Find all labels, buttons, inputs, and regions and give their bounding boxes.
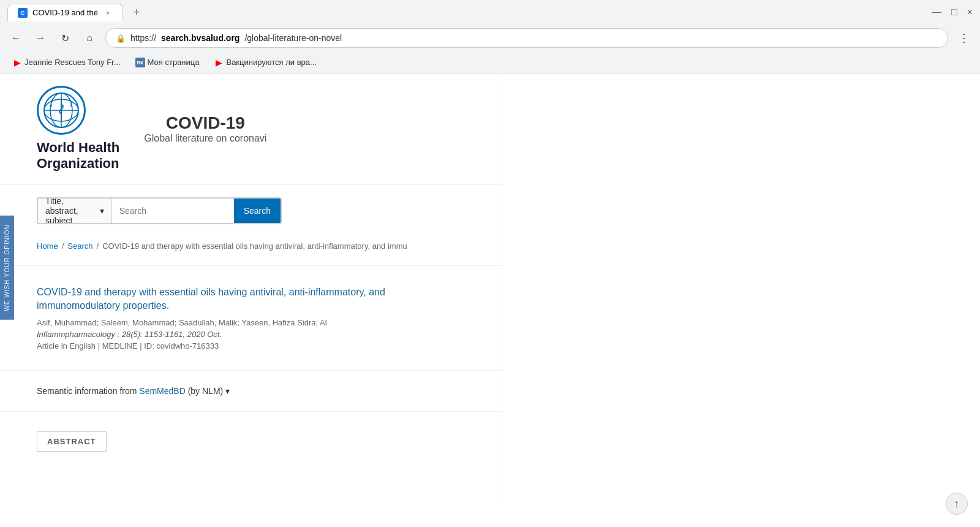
browser-menu-button[interactable]: ⋮ bbox=[956, 29, 973, 47]
breadcrumb-current: COVID-19 and therapy with essential oils… bbox=[102, 241, 407, 251]
minimize-button[interactable]: — bbox=[932, 7, 941, 18]
who-name: World Health Organization bbox=[37, 140, 119, 172]
page-content: WE WISH YOUR OPINION bbox=[0, 74, 980, 505]
dropdown-chevron-icon: ▾ bbox=[100, 206, 104, 216]
vk-icon: вк bbox=[135, 58, 145, 67]
bookmark-label-3: Вакцинируются ли вра... bbox=[226, 58, 316, 67]
new-tab-button[interactable]: + bbox=[128, 4, 145, 21]
divider-3 bbox=[0, 411, 502, 412]
lock-icon: 🔒 bbox=[116, 34, 126, 43]
breadcrumb-sep-2: / bbox=[97, 241, 99, 251]
article-db: MEDLINE bbox=[102, 341, 138, 351]
bookmark-item-3[interactable]: ▶ Вакцинируются ли вра... bbox=[209, 55, 321, 70]
divider-2 bbox=[0, 370, 502, 371]
bookmark-label-1: Jeannie Rescues Tony Fr... bbox=[24, 58, 121, 67]
opinion-tab[interactable]: WE WISH YOUR OPINION bbox=[0, 216, 14, 320]
search-area: Title, abstract, subject ▾ Search bbox=[0, 185, 502, 237]
url-protocol: https:// bbox=[130, 33, 156, 43]
home-button[interactable]: ⌂ bbox=[81, 29, 98, 47]
search-dropdown[interactable]: Title, abstract, subject ▾ bbox=[38, 197, 112, 224]
article-journal: Inflammpharmacology ; 28(5): 1153-1161, … bbox=[37, 330, 465, 339]
abstract-tab[interactable]: ABSTRACT bbox=[37, 431, 107, 452]
url-path: /global-literature-on-novel bbox=[244, 33, 342, 43]
url-bar[interactable]: 🔒 https:// search.bvsalud.org /global-li… bbox=[105, 28, 948, 48]
article-meta: Article in English | MEDLINE | ID: covid… bbox=[37, 341, 465, 351]
bookmark-item-2[interactable]: вк Моя страница bbox=[130, 55, 205, 70]
bookmarks-bar: ▶ Jeannie Rescues Tony Fr... вк Моя стра… bbox=[0, 51, 980, 74]
address-bar: ← → ↻ ⌂ 🔒 https:// search.bvsalud.org /g… bbox=[0, 25, 980, 51]
article-lang: Article in English bbox=[37, 341, 96, 351]
article-authors: Asif, Muhammad; Saleem, Mohammad; Saadul… bbox=[37, 318, 465, 327]
tab-favicon: C bbox=[18, 8, 28, 18]
semantic-chevron-icon: ▾ bbox=[225, 386, 230, 396]
breadcrumb-home[interactable]: Home bbox=[37, 241, 58, 251]
search-box: Title, abstract, subject ▾ Search bbox=[37, 197, 282, 224]
url-domain: search.bvsalud.org bbox=[161, 33, 239, 43]
window-controls: — □ × bbox=[932, 7, 973, 18]
browser-chrome: C COVID-19 and the × + — □ × ← → ↻ ⌂ 🔒 h… bbox=[0, 0, 980, 74]
divider-1 bbox=[0, 265, 502, 266]
close-button[interactable]: × bbox=[967, 7, 973, 18]
who-website: WE WISH YOUR OPINION bbox=[0, 74, 502, 505]
tab-close-button[interactable]: × bbox=[103, 8, 113, 18]
maximize-button[interactable]: □ bbox=[951, 7, 957, 18]
article-section: COVID-19 and therapy with essential oils… bbox=[0, 276, 502, 360]
refresh-button[interactable]: ↻ bbox=[56, 29, 74, 47]
scroll-to-top-button[interactable]: ↑ bbox=[946, 493, 968, 515]
semantic-title: Semantic information from SemMedBD (by N… bbox=[37, 386, 230, 396]
abstract-section: ABSTRACT bbox=[0, 422, 502, 461]
active-tab[interactable]: C COVID-19 and the × bbox=[7, 4, 123, 21]
article-title[interactable]: COVID-19 and therapy with essential oils… bbox=[37, 286, 465, 313]
search-input[interactable] bbox=[112, 201, 234, 221]
forward-button[interactable]: → bbox=[32, 29, 49, 47]
youtube-icon-2: ▶ bbox=[214, 58, 224, 67]
title-bar: C COVID-19 and the × + — □ × bbox=[0, 0, 980, 25]
breadcrumb-search[interactable]: Search bbox=[67, 241, 92, 251]
who-logo-circle bbox=[37, 86, 86, 135]
covid-subtitle: Global literature on coronavi bbox=[144, 133, 266, 144]
who-site-title: COVID-19 Global literature on coronavi bbox=[144, 113, 266, 144]
who-emblem-svg bbox=[43, 92, 80, 129]
tab-title: COVID-19 and the bbox=[32, 8, 98, 17]
semantic-section: Semantic information from SemMedBD (by N… bbox=[0, 381, 502, 401]
who-logo-area: World Health Organization bbox=[37, 86, 119, 172]
search-button[interactable]: Search bbox=[234, 199, 281, 223]
breadcrumb-sep-1: / bbox=[62, 241, 64, 251]
article-id: ID: covidwho-716333 bbox=[144, 341, 219, 351]
dropdown-label: Title, abstract, subject bbox=[45, 197, 95, 224]
breadcrumb: Home / Search / COVID-19 and therapy wit… bbox=[0, 237, 502, 256]
bookmark-label-2: Моя страница bbox=[148, 58, 200, 67]
bookmark-item-1[interactable]: ▶ Jeannie Rescues Tony Fr... bbox=[7, 55, 126, 70]
who-header: World Health Organization COVID-19 Globa… bbox=[0, 74, 502, 185]
back-button[interactable]: ← bbox=[7, 29, 24, 47]
youtube-icon-1: ▶ bbox=[12, 58, 22, 67]
covid-title: COVID-19 bbox=[144, 113, 266, 133]
semmedbd-link[interactable]: SemMedBD bbox=[139, 386, 185, 396]
